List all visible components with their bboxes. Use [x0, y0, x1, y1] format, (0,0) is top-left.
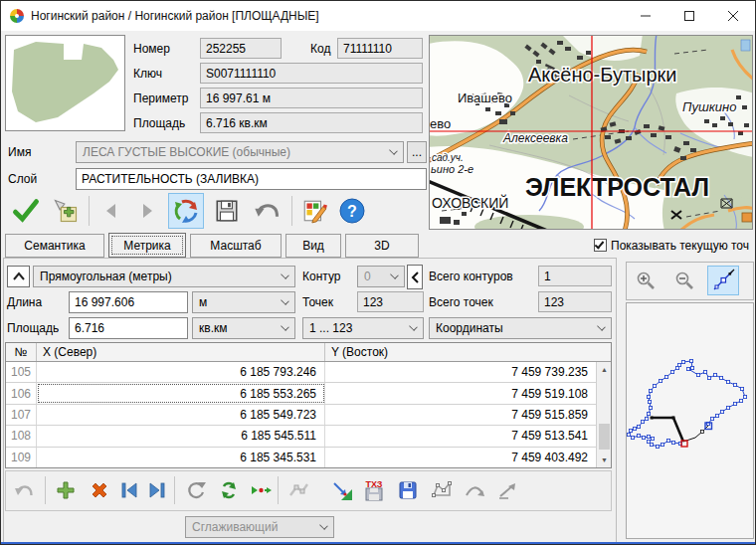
- chevron-down-icon: [319, 521, 328, 530]
- add-point-button[interactable]: [53, 477, 79, 503]
- previous-object-button[interactable]: [94, 194, 128, 228]
- layer-field[interactable]: РАСТИТЕЛЬНОСТЬ (ЗАЛИВКА): [76, 168, 427, 190]
- scroll-up-icon[interactable]: ▲: [597, 362, 612, 377]
- area-label: Площадь: [7, 321, 59, 335]
- tochek-label: Точек: [302, 295, 333, 309]
- titlebar: Ногинский район / Ногинский район [ПЛОЩА…: [1, 1, 755, 31]
- app-icon: [9, 8, 25, 24]
- ploshchad-field: 6.716 кв.км: [200, 112, 423, 133]
- scroll-down-icon[interactable]: ▼: [597, 453, 612, 467]
- table-header: № X (Север) Y (Восток): [6, 343, 611, 362]
- col-y[interactable]: Y (Восток): [325, 343, 596, 361]
- projection-combobox[interactable]: Прямоугольная (метры): [33, 266, 295, 287]
- tochek-field: 123: [357, 291, 424, 312]
- slope-line-button[interactable]: [494, 477, 520, 503]
- table-row-selected[interactable]: 106 6 185 553.265 7 459 519.108: [6, 383, 596, 404]
- next-object-button[interactable]: [130, 194, 164, 228]
- polyline-mode-button[interactable]: [707, 266, 739, 295]
- edit-style-button[interactable]: [297, 194, 331, 228]
- tab-masshtab[interactable]: Масштаб: [190, 234, 282, 258]
- undo-point-button[interactable]: [11, 477, 37, 503]
- point-range-combobox[interactable]: 1 ... 123: [302, 317, 424, 339]
- save-points-button[interactable]: [395, 477, 421, 503]
- kontur-combobox[interactable]: 0: [357, 266, 405, 287]
- zoom-out-button[interactable]: [670, 267, 698, 294]
- first-point-button[interactable]: [116, 477, 142, 503]
- area-input[interactable]: 6.716: [69, 317, 188, 339]
- kod-label: Код: [310, 42, 330, 56]
- polygon-nodes-button[interactable]: [429, 477, 455, 503]
- table-row[interactable]: 105 6 185 793.246 7 459 739.235: [6, 362, 596, 383]
- map-label-elektrostal: ЭЛЕКТРОСТАЛ: [525, 173, 709, 201]
- kontur-label: Контур: [302, 270, 340, 283]
- table-row[interactable]: 108 6 185 545.511 7 459 513.541: [6, 426, 596, 447]
- delete-point-button[interactable]: [87, 477, 112, 503]
- browse-classifier-button[interactable]: ...: [407, 141, 427, 163]
- chevron-down-icon: [389, 146, 398, 155]
- save-button[interactable]: [210, 194, 244, 228]
- col-x[interactable]: X (Север): [37, 343, 325, 361]
- check-icon: [595, 239, 605, 249]
- prev-contour-button[interactable]: [407, 265, 423, 289]
- map-label-evo: ево: [430, 116, 451, 131]
- total-contours-field: 1: [538, 266, 612, 286]
- chevron-down-icon: [409, 322, 418, 331]
- object-properties-dialog: Ногинский район / Ногинский район [ПЛОЩА…: [0, 0, 756, 545]
- spline-button[interactable]: [285, 477, 311, 503]
- create-object-button[interactable]: [49, 194, 83, 228]
- collapse-panel-button[interactable]: [7, 266, 30, 287]
- contour-preview[interactable]: [626, 302, 754, 539]
- dlina-input[interactable]: 16 997.606: [69, 291, 188, 313]
- table-row[interactable]: 109 6 185 345.531 7 459 403.492: [6, 448, 596, 467]
- confirm-button[interactable]: [9, 194, 43, 228]
- focused-cell[interactable]: 6 185 553.265: [37, 383, 325, 403]
- imya-label: Имя: [8, 145, 31, 159]
- show-current-point-checkbox[interactable]: [594, 239, 607, 252]
- map-label-sad-uch: сад.уч.: [432, 152, 464, 163]
- close-button[interactable]: [711, 1, 755, 31]
- rotate-direction-button[interactable]: [183, 477, 209, 503]
- coordinates-table: № X (Север) Y (Восток) 105 6 185 793.246…: [5, 342, 612, 468]
- snap-close-button[interactable]: [329, 477, 355, 503]
- map-label-ino-2e: ьино 2-е: [431, 163, 473, 175]
- map-label-ivashevo: Ивашево: [458, 91, 512, 105]
- table-row[interactable]: 107 6 185 549.723 7 459 515.859: [6, 405, 596, 426]
- scroll-thumb[interactable]: [599, 424, 610, 450]
- minimize-button[interactable]: [624, 1, 667, 31]
- object-name-combobox[interactable]: ЛЕСА ГУСТЫЕ ВЫСОКИЕ (обычные): [76, 141, 404, 163]
- zoom-in-button[interactable]: [632, 267, 660, 294]
- area-unit-combobox[interactable]: кв.км: [192, 317, 295, 339]
- map-label-akseno-butyrki: Аксёно-Бутырки: [528, 64, 677, 86]
- chevron-down-icon: [281, 296, 289, 305]
- col-num[interactable]: №: [6, 343, 37, 361]
- refresh-metrics-button[interactable]: [168, 193, 204, 229]
- nomer-label: Номер: [133, 42, 170, 56]
- dlina-unit-combobox[interactable]: м: [192, 291, 295, 313]
- map-view[interactable]: Аксёно-Бутырки Ивашево ево Пушкино Алекс…: [429, 35, 753, 230]
- ploshchad-label: Площадь: [133, 116, 185, 130]
- help-button[interactable]: ?: [335, 194, 369, 228]
- smooth-arc-button[interactable]: [462, 477, 487, 503]
- map-label-okhovskiy: ОХОВСКИЙ: [432, 194, 508, 211]
- smoothing-combobox[interactable]: Сглаживающий: [185, 516, 334, 538]
- coords-mode-combobox[interactable]: Координаты: [429, 317, 612, 339]
- tab-vid[interactable]: Вид: [285, 234, 341, 258]
- txz-save-button[interactable]: ТХЗ: [361, 477, 387, 503]
- undo-button[interactable]: [250, 194, 284, 228]
- table-scrollbar[interactable]: ▲ ▼: [596, 362, 611, 467]
- object-name-value: ЛЕСА ГУСТЫЕ ВЫСОКИЕ (обычные): [83, 145, 290, 159]
- dlina-label: Длина: [7, 295, 42, 309]
- perimetr-label: Периметр: [133, 91, 188, 105]
- show-current-point-label: Показывать текущую точ: [611, 239, 755, 253]
- object-shape-preview: [5, 35, 125, 131]
- tab-metrika[interactable]: Метрика: [108, 233, 186, 258]
- map-label-pushkino: Пушкино: [682, 99, 736, 114]
- continue-digitize-button[interactable]: [248, 477, 274, 503]
- tab-3d[interactable]: 3D: [345, 234, 419, 258]
- reverse-direction-button[interactable]: [216, 477, 242, 503]
- last-point-button[interactable]: [144, 477, 170, 503]
- klyuch-label: Ключ: [133, 67, 162, 81]
- map-label-alekseevka: Алексеевка: [502, 131, 568, 145]
- tab-semantika[interactable]: Семантика: [5, 234, 104, 258]
- maximize-button[interactable]: [667, 1, 711, 31]
